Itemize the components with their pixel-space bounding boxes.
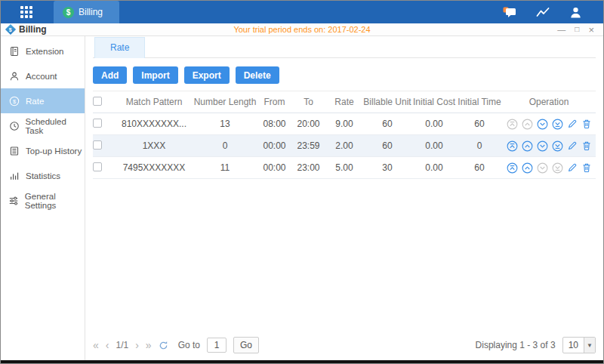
sidebar-item-scheduled-task[interactable]: Scheduled Task: [1, 113, 85, 138]
displaying-text: Displaying 1 - 3 of 3: [476, 340, 556, 350]
table-row: 7495XXXXXXX 11 00:00 23:00 5.00 30 0.00 …: [93, 157, 596, 179]
scheduled-task-icon: [8, 121, 20, 131]
row-checkbox[interactable]: [93, 162, 102, 171]
cell-to: 23:00: [291, 162, 325, 173]
topbar-right-icons: [503, 1, 582, 23]
content-tab-row: Rate: [93, 36, 596, 58]
edit-icon[interactable]: [567, 162, 578, 173]
next-page-button[interactable]: ›: [135, 340, 139, 350]
cell-number-length: 0: [193, 140, 257, 151]
top-navigation-bar: $ Billing: [1, 1, 603, 23]
cell-initial-time: 0: [457, 140, 502, 151]
sidebar-item-rate[interactable]: $ Rate: [1, 88, 85, 113]
sidebar-item-extension[interactable]: Extension: [1, 39, 85, 63]
edit-icon[interactable]: [567, 119, 578, 129]
export-button[interactable]: Export: [184, 66, 230, 84]
sidebar-item-statistics[interactable]: Statistics: [1, 163, 85, 188]
goto-page-input[interactable]: [207, 338, 226, 353]
move-down-icon[interactable]: [537, 119, 548, 130]
header-initial-time: Initial Time: [457, 97, 502, 107]
cell-to: 20:00: [291, 119, 325, 129]
move-bottom-icon[interactable]: [552, 119, 563, 130]
move-down-icon[interactable]: [537, 140, 548, 152]
app-title-group: $ Billing: [7, 24, 47, 35]
sidebar-item-general-settings[interactable]: General Settings: [1, 188, 85, 213]
move-up-icon[interactable]: [522, 119, 533, 130]
rate-table-body: 810XXXXXXX... 13 08:00 20:00 9.00 60 0.0…: [93, 113, 596, 179]
cell-to: 23:59: [291, 140, 325, 151]
header-rate: Rate: [325, 97, 363, 107]
header-from: From: [257, 97, 291, 107]
cell-rate: 5.00: [325, 162, 363, 173]
move-up-icon[interactable]: [522, 140, 533, 152]
rate-icon: $: [8, 96, 20, 106]
pagination-controls: « ‹ 1/1 › » Go to Go: [93, 337, 259, 353]
cell-billable-unit: 30: [363, 162, 411, 173]
sidebar-label: General Settings: [25, 192, 85, 210]
cell-initial-cost: 0.00: [411, 140, 457, 151]
row-checkbox[interactable]: [93, 140, 102, 150]
cell-match-pattern: 1XXX: [116, 140, 193, 151]
go-button[interactable]: Go: [233, 337, 259, 353]
refresh-icon[interactable]: [159, 341, 168, 350]
billing-app-tab[interactable]: $ Billing: [54, 1, 119, 23]
move-bottom-icon[interactable]: [552, 162, 563, 174]
import-button[interactable]: Import: [133, 66, 177, 84]
prev-page-button[interactable]: ‹: [106, 340, 109, 350]
cell-initial-time: 60: [457, 162, 502, 173]
apps-grid-icon[interactable]: [20, 6, 32, 18]
last-page-button[interactable]: »: [146, 340, 152, 350]
page-size-select[interactable]: 10 ▼: [562, 337, 596, 353]
sidebar-label: Account: [26, 72, 57, 81]
first-page-button[interactable]: «: [93, 340, 99, 350]
sidebar: Extension Account $ Rate: [1, 36, 85, 360]
table-row: 1XXX 0 00:00 23:59 2.00 60 0.00 0: [93, 135, 596, 157]
sidebar-label: Extension: [26, 47, 64, 56]
cell-billable-unit: 60: [363, 119, 411, 129]
goto-label: Go to: [178, 340, 200, 350]
general-settings-icon: [8, 196, 20, 206]
move-top-icon[interactable]: [507, 140, 518, 152]
delete-icon[interactable]: [581, 140, 592, 151]
delete-button[interactable]: Delete: [236, 66, 279, 84]
move-top-icon[interactable]: [507, 119, 518, 130]
trial-notice: Your trial period ends on: 2017-02-24: [1, 25, 603, 34]
header-to: To: [291, 97, 325, 107]
row-checkbox[interactable]: [93, 119, 102, 128]
sidebar-label: Statistics: [26, 171, 60, 180]
cell-number-length: 11: [193, 162, 257, 173]
cell-number-length: 13: [193, 119, 257, 129]
app-title-bar: Your trial period ends on: 2017-02-24 $ …: [1, 23, 603, 36]
pagination-bar: « ‹ 1/1 › » Go to Go Di: [93, 337, 596, 353]
move-top-icon[interactable]: [507, 162, 518, 174]
account-icon: [8, 71, 20, 82]
user-account-icon[interactable]: [569, 6, 582, 19]
edit-icon[interactable]: [567, 140, 578, 151]
close-button[interactable]: ×: [588, 25, 594, 35]
move-bottom-icon[interactable]: [552, 140, 563, 152]
add-button[interactable]: Add: [93, 66, 127, 84]
sidebar-item-topup-history[interactable]: Top-up History: [1, 138, 85, 163]
tab-rate[interactable]: Rate: [94, 37, 145, 58]
page-indicator: 1/1: [116, 340, 128, 350]
cell-initial-cost: 0.00: [411, 119, 457, 129]
cell-operation: [502, 140, 596, 152]
select-all-checkbox[interactable]: [93, 97, 102, 106]
delete-icon[interactable]: [581, 162, 592, 173]
statistics-chart-icon[interactable]: [536, 7, 550, 17]
move-down-icon[interactable]: [537, 162, 548, 174]
cell-from: 00:00: [257, 162, 291, 173]
maximize-button[interactable]: □: [575, 26, 579, 33]
cell-match-pattern: 7495XXXXXXX: [116, 162, 193, 173]
window-bottom-edge: [1, 360, 603, 363]
move-up-icon[interactable]: [522, 162, 533, 174]
cell-from: 00:00: [257, 140, 291, 151]
app-title: Billing: [19, 24, 47, 35]
minimize-button[interactable]: —: [557, 26, 565, 34]
sidebar-item-account[interactable]: Account: [1, 63, 85, 88]
delete-icon[interactable]: [581, 119, 592, 129]
cell-rate: 9.00: [325, 119, 363, 129]
notifications-icon[interactable]: [503, 6, 516, 18]
cell-operation: [502, 119, 596, 130]
window-controls: — □ ×: [557, 25, 594, 35]
